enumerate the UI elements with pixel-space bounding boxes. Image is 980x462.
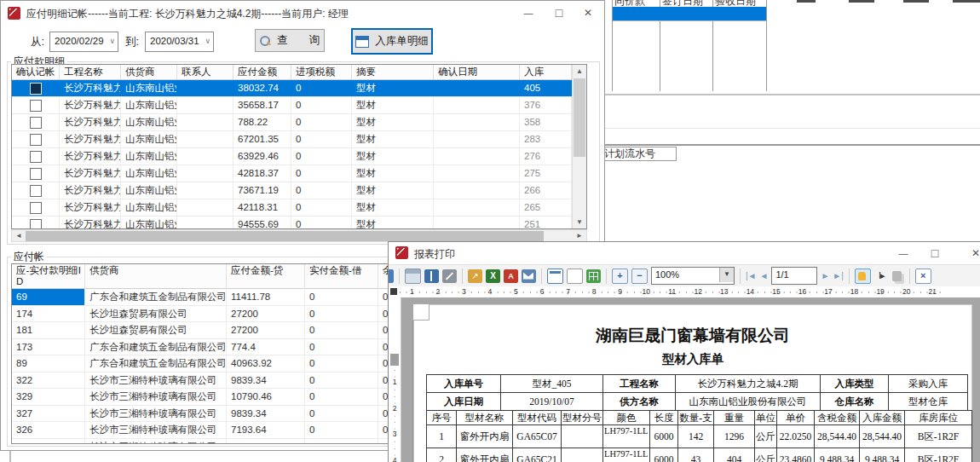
clipped-text-fragment	[903, 0, 929, 3]
col-header[interactable]: 工程名称	[60, 65, 121, 79]
col-header[interactable]: 供货商	[85, 264, 227, 289]
inbound-detail-button[interactable]: 入库单明细	[351, 28, 433, 55]
table-row[interactable]: 长沙万科魅力... 山东南山铝业... 67201.35 0 型材 283	[12, 131, 572, 148]
horizontal-scrollbar[interactable]	[11, 229, 587, 242]
last-page-button[interactable]: ►|	[833, 269, 844, 283]
ruler-number: 3	[451, 286, 477, 297]
minimize-icon[interactable]	[889, 242, 918, 264]
confirm-checkbox[interactable]	[30, 83, 42, 95]
ruler-number: 11	[659, 286, 685, 297]
scroll-right-icon[interactable]	[573, 230, 586, 241]
tax-cell: 0	[291, 165, 352, 182]
chevron-down-icon[interactable]	[109, 32, 115, 49]
zoom-level-select[interactable]: 100%	[651, 267, 735, 285]
from-date-value: 2020/02/29	[55, 36, 104, 46]
preview-book-icon[interactable]	[424, 269, 439, 283]
supplier-cell: 长沙市三湘特种玻璃有限公司	[85, 406, 227, 422]
col-header[interactable]: 联系人	[177, 65, 233, 79]
chevron-down-icon[interactable]	[719, 268, 734, 282]
confirm-checkbox[interactable]	[30, 151, 42, 163]
table-row[interactable]: 长沙万科魅力... 山东南山铝业... 94555.69 0 型材 251	[12, 217, 572, 228]
from-date-combo[interactable]: 2020/02/29	[49, 32, 118, 52]
scrollbar-thumb[interactable]	[574, 78, 585, 157]
table-row[interactable]: 长沙万科魅力... 山东南山铝业... 63929.46 0 型材 276	[12, 148, 572, 165]
design-icon[interactable]	[389, 269, 394, 283]
first-page-button[interactable]: |◄	[746, 269, 757, 283]
chevron-down-icon[interactable]	[205, 32, 210, 49]
col-header[interactable]: 确认日期	[434, 65, 520, 79]
confirm-checkbox[interactable]	[30, 185, 42, 197]
confirm-checkbox[interactable]	[30, 134, 42, 146]
query-button[interactable]: 查 询	[255, 29, 325, 52]
close-preview-button[interactable]	[915, 269, 931, 284]
info-label: 仓库名称	[821, 393, 889, 411]
title-bar[interactable]: 报表打印	[389, 242, 980, 264]
vertical-scrollbar[interactable]	[572, 65, 586, 228]
scroll-left-icon[interactable]	[12, 230, 26, 241]
supplier-cell: 广东合和建筑五金制品有限公司	[85, 355, 227, 372]
next-page-button[interactable]: ►	[821, 269, 829, 283]
page-number-input[interactable]: 1/1	[771, 267, 817, 285]
copy-button[interactable]	[892, 271, 902, 281]
table-row[interactable]: 长沙万科魅力... 山东南山铝业... 73671.19 0 型材 266	[12, 182, 572, 199]
col-header[interactable]: 摘要	[352, 65, 434, 79]
confirm-checkbox[interactable]	[30, 168, 42, 180]
confirm-checkbox[interactable]	[30, 100, 42, 112]
confirm-checkbox[interactable]	[30, 219, 42, 228]
col-header[interactable]: 确认记帐	[12, 65, 60, 79]
col-header[interactable]: 应-实付款明细ID	[12, 264, 85, 289]
tax-cell: 0	[291, 80, 352, 96]
col-header[interactable]: 应付金额	[233, 65, 291, 79]
plan-serial-field[interactable]: 计划流水号	[602, 147, 677, 161]
ruler-number: 4	[389, 448, 401, 462]
screen: 同价款 签订日期 验收日期 计划流水号 应付明细记帐------当前工程: 长沙…	[0, 0, 980, 462]
print-icon[interactable]	[405, 269, 421, 284]
single-page-icon[interactable]	[567, 269, 583, 284]
report-preview-area[interactable]: 123456 湖南巨晟门窗幕墙有限公司 型材入库单 入库单号 型材_405 工程…	[389, 297, 980, 462]
text-select-tool-button[interactable]	[874, 269, 889, 283]
credit-cell: 11411.78	[227, 289, 305, 305]
ruler-number: 2	[389, 396, 401, 422]
table-row[interactable]: 长沙万科魅力... 山东南山铝业... 42118.31 0 型材 265	[12, 199, 572, 217]
confirm-checkbox[interactable]	[30, 117, 42, 129]
export-icon[interactable]	[468, 269, 482, 283]
multi-page-icon[interactable]	[586, 269, 601, 283]
to-label: 到:	[125, 35, 139, 49]
zoom-out-icon[interactable]	[631, 269, 648, 284]
scroll-down-icon[interactable]	[573, 216, 586, 228]
col-header[interactable]: 应付金额-贷	[227, 264, 305, 289]
export-pdf-icon[interactable]	[504, 269, 518, 283]
scroll-up-icon[interactable]	[573, 65, 586, 78]
debit-cell: 0	[305, 372, 378, 389]
export-mail-icon[interactable]	[522, 269, 536, 283]
prev-page-button[interactable]: ◄	[760, 269, 769, 283]
confirm-checkbox[interactable]	[30, 202, 42, 214]
to-date-combo[interactable]: 2020/03/31	[145, 32, 214, 52]
close-icon[interactable]	[961, 242, 980, 264]
export-excel-icon[interactable]	[486, 269, 500, 283]
debit-cell: 0	[305, 406, 378, 422]
ruler-number: 13	[712, 286, 738, 297]
page-setup-icon[interactable]	[547, 269, 563, 284]
scrollbar-thumb[interactable]	[26, 231, 544, 241]
tax-cell: 0	[291, 199, 352, 216]
maximize-icon[interactable]	[920, 242, 949, 264]
zoom-in-icon[interactable]	[612, 269, 628, 284]
maximize-icon[interactable]	[545, 1, 574, 25]
table-row[interactable]: 长沙万科魅力... 山东南山铝业... 788.22 0 型材 358	[12, 114, 572, 131]
col-header[interactable]: 供货商	[121, 65, 177, 79]
amount-cell: 788.22	[233, 114, 291, 130]
table-row[interactable]: 长沙万科魅力... 山东南山铝业... 42818.37 0 型材 275	[12, 165, 572, 182]
settings-tools-icon[interactable]	[442, 269, 457, 283]
minimize-icon[interactable]	[514, 1, 543, 25]
table-row[interactable]: 长沙万科魅力... 山东南山铝业... 35658.17 0 型材 376	[12, 97, 572, 114]
table-row[interactable]: 长沙万科魅力... 山东南山铝业... 38032.74 0 型材 405	[12, 80, 572, 97]
col-header[interactable]: 实付金额-借	[305, 264, 378, 289]
col-header[interactable]: 入库	[520, 65, 572, 79]
title-bar[interactable]: 应付明细记帐------当前工程: 长沙万科魅力之城4.2期------当前用户…	[1, 1, 604, 26]
close-icon[interactable]	[574, 1, 602, 25]
col-header[interactable]: 进项税额	[291, 65, 352, 79]
background-table-row[interactable]	[613, 7, 766, 21]
debit-cell: 0	[305, 339, 378, 355]
hand-tool-button[interactable]	[855, 269, 871, 284]
